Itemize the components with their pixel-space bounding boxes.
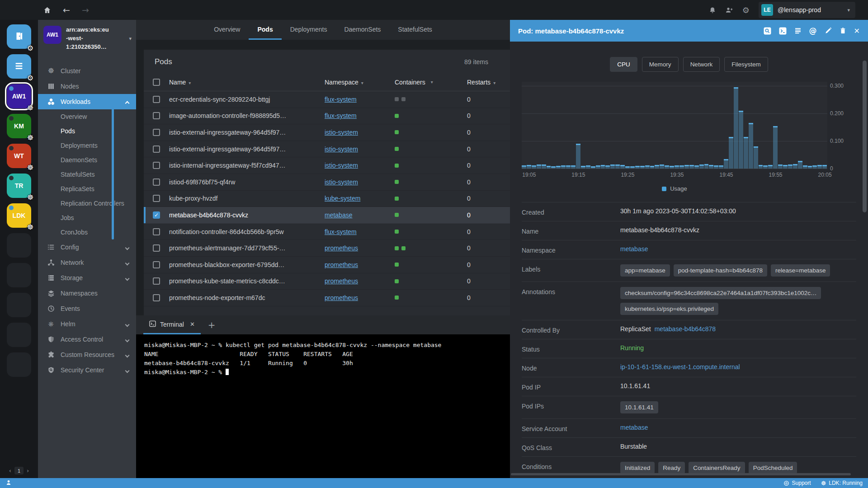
usage-bar[interactable] <box>812 165 817 169</box>
usage-bar[interactable] <box>601 165 605 169</box>
row-checkbox[interactable] <box>153 228 160 235</box>
shell-icon[interactable] <box>779 27 787 35</box>
usage-bar[interactable] <box>547 166 551 169</box>
row-checkbox[interactable] <box>153 178 160 186</box>
close-icon[interactable]: ✕ <box>190 321 195 328</box>
usage-bar[interactable] <box>788 164 793 169</box>
usage-bar[interactable] <box>744 137 748 169</box>
page-prev-icon[interactable]: ‹ <box>9 467 11 474</box>
sidebar-item-overview[interactable]: Overview <box>38 109 136 124</box>
usage-bar[interactable] <box>640 166 645 169</box>
table-row[interactable]: ecr-credentials-sync-28092240-bttgjflux-… <box>144 91 510 108</box>
namespace-link[interactable]: flux-system <box>325 228 357 235</box>
table-row[interactable]: ✓metabase-b4b64c878-cvvkzmetabase0 <box>144 207 510 224</box>
sidebar-item-storage[interactable]: Storage <box>38 270 136 286</box>
usage-bar[interactable] <box>635 166 640 169</box>
add-user-icon[interactable] <box>725 6 733 14</box>
usage-bar[interactable] <box>571 165 576 169</box>
namespace-link[interactable]: istio-system <box>325 129 358 136</box>
sidebar-item-access-control[interactable]: Access Control <box>38 332 136 347</box>
table-row[interactable]: prometheus-blackbox-exporter-6795dd…prom… <box>144 257 510 273</box>
sidebar-item-pods[interactable]: Pods <box>38 124 136 138</box>
usage-bar[interactable] <box>679 165 684 169</box>
back-icon[interactable]: ← <box>63 5 70 15</box>
usage-bar[interactable] <box>739 111 743 169</box>
usage-bar[interactable] <box>537 164 541 169</box>
usage-bar[interactable] <box>556 166 561 169</box>
select-all-checkbox[interactable] <box>153 79 160 86</box>
cluster-item-catalog[interactable]: ⚙ <box>7 24 31 49</box>
namespace-link[interactable]: kube-system <box>325 195 360 202</box>
row-checkbox[interactable] <box>153 244 160 252</box>
namespace-link[interactable]: istio-system <box>325 178 358 186</box>
notifications-icon[interactable] <box>709 6 716 14</box>
account-menu[interactable]: LE @lensapp-prod ▾ <box>759 2 855 18</box>
close-icon[interactable]: ✕ <box>854 27 860 35</box>
table-row[interactable]: image-automation-controller-f988895d5…fl… <box>144 108 510 125</box>
metric-tab-network[interactable]: Network <box>683 57 720 72</box>
column-header-containers[interactable]: Containers▾ <box>395 79 467 86</box>
user-icon[interactable] <box>5 479 12 487</box>
table-row[interactable]: notification-controller-86d4cb566b-9pr5w… <box>144 224 510 240</box>
table-row[interactable]: kube-proxy-hvzdfkube-system0 <box>144 191 510 207</box>
tab-statefulsets[interactable]: StatefulSets <box>389 20 441 40</box>
tab-deployments[interactable]: Deployments <box>282 20 336 40</box>
sidebar-item-helm[interactable]: ⎈Helm <box>38 316 136 332</box>
sidebar-item-replicasets[interactable]: ReplicaSets <box>38 182 136 196</box>
attach-icon[interactable]: @ <box>809 26 817 35</box>
usage-bar[interactable] <box>542 164 546 169</box>
usage-bar[interactable] <box>768 165 773 169</box>
namespace-link[interactable]: istio-system <box>325 162 358 169</box>
metric-tab-memory[interactable]: Memory <box>642 57 679 72</box>
usage-bar[interactable] <box>675 165 679 169</box>
row-checkbox[interactable] <box>153 294 160 301</box>
usage-bar[interactable] <box>734 87 738 169</box>
usage-bar[interactable] <box>527 165 531 169</box>
page-next-icon[interactable]: › <box>27 467 29 474</box>
vertical-scrollbar[interactable] <box>863 61 867 212</box>
terminal-output[interactable]: miska@Miskas-MBP-2 ~ % kubectl get pod m… <box>136 334 510 478</box>
namespace-link[interactable]: prometheus <box>325 261 358 268</box>
row-checkbox[interactable] <box>153 129 160 136</box>
usage-bar[interactable] <box>699 164 704 169</box>
table-row[interactable]: prometheus-node-exporter-m67dcprometheus… <box>144 290 510 306</box>
table-row[interactable]: istio-external-ingressgateway-964d5f97…i… <box>144 124 510 141</box>
metric-tab-filesystem[interactable]: Filesystem <box>724 57 768 72</box>
table-row[interactable]: istio-internal-ingressgateway-f5f7cd947…… <box>144 157 510 174</box>
sidebar-item-config[interactable]: Config <box>38 239 136 255</box>
usage-bar[interactable] <box>749 123 753 169</box>
table-row[interactable]: prometheus-alertmanager-7dd779cf55-…prom… <box>144 240 510 257</box>
namespace-link[interactable]: prometheus <box>325 294 358 301</box>
usage-bar[interactable] <box>532 165 536 169</box>
cluster-item-tr[interactable]: TR☸ <box>7 174 31 198</box>
usage-bar[interactable] <box>660 164 664 169</box>
usage-bar[interactable] <box>522 165 526 169</box>
usage-bar[interactable] <box>670 166 674 169</box>
usage-bar[interactable] <box>754 146 758 169</box>
usage-bar[interactable] <box>729 137 733 169</box>
support-link[interactable]: Support <box>783 480 811 486</box>
chart-legend[interactable]: Usage <box>522 185 827 192</box>
delete-icon[interactable] <box>840 27 846 34</box>
usage-bar[interactable] <box>561 165 566 169</box>
link-service-account[interactable]: metabase <box>620 424 648 431</box>
tab-overview[interactable]: Overview <box>205 20 249 40</box>
row-checkbox[interactable] <box>153 195 160 202</box>
usage-bar[interactable] <box>551 166 556 169</box>
cluster-item-ldk[interactable]: LDK☸ <box>7 203 31 228</box>
usage-bar[interactable] <box>709 165 713 169</box>
usage-bar[interactable] <box>591 166 595 169</box>
usage-bar[interactable] <box>630 166 635 169</box>
tab-pods[interactable]: Pods <box>249 20 281 40</box>
usage-bar[interactable] <box>615 164 620 169</box>
cluster-item-aw1[interactable]: AW1☸ <box>7 84 31 108</box>
usage-bar[interactable] <box>645 165 650 169</box>
settings-icon[interactable]: ⚙ <box>742 5 750 15</box>
sidebar-item-security-center[interactable]: Security Center <box>38 362 136 378</box>
column-header-name[interactable]: Name▾ <box>169 79 325 86</box>
usage-bar[interactable] <box>566 165 571 169</box>
usage-bar[interactable] <box>714 165 718 169</box>
row-checkbox[interactable] <box>153 261 160 268</box>
horizontal-scrollbar[interactable] <box>511 473 851 475</box>
sidebar-item-namespaces[interactable]: Namespaces <box>38 286 136 301</box>
